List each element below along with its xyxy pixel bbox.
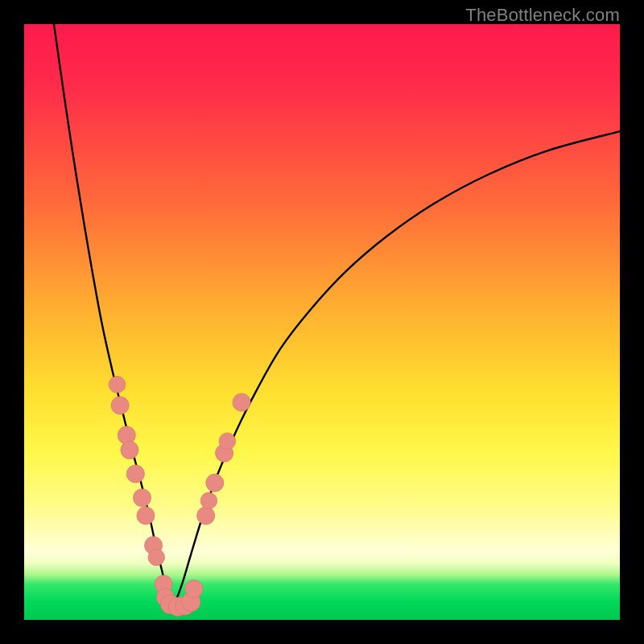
marker-dot: [219, 433, 236, 450]
marker-dot: [126, 465, 144, 483]
marker-dot: [109, 376, 126, 393]
marker-dot: [233, 394, 250, 411]
marker-dot: [200, 493, 217, 510]
right-curve: [173, 131, 620, 608]
marker-dot: [133, 489, 151, 506]
outer-frame: TheBottleneck.com: [0, 0, 644, 644]
marker-dot: [148, 549, 165, 566]
plot-area: [24, 24, 620, 620]
left-curve: [54, 24, 173, 608]
marker-dot: [111, 397, 129, 415]
marker-dot: [137, 506, 155, 524]
marker-dot: [121, 441, 138, 459]
marker-group: [109, 376, 250, 616]
marker-dot: [185, 580, 203, 597]
marker-dot: [206, 474, 224, 492]
attribution-text: TheBottleneck.com: [465, 5, 620, 26]
marker-dot: [197, 506, 215, 524]
chart-svg: [24, 24, 620, 620]
